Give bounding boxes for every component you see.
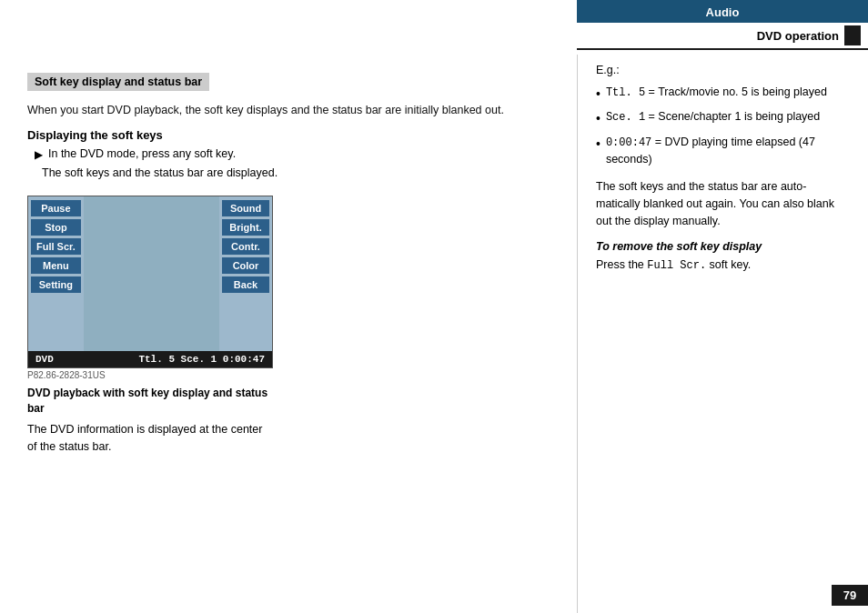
- header-black-box: [844, 25, 861, 45]
- dvd-btn-setting[interactable]: Setting: [31, 276, 81, 293]
- header-title: Audio: [577, 0, 868, 23]
- intro-text: When you start DVD playback, the soft ke…: [27, 102, 554, 119]
- arrow-text: In the DVD mode, press any soft key.: [48, 147, 236, 160]
- dvd-btn-contr[interactable]: Contr.: [222, 238, 269, 255]
- dvd-buttons-right: Sound Bright. Contr. Color Back: [219, 196, 272, 351]
- remove-text: Press the Full Scr. soft key.: [596, 256, 850, 274]
- bullet-dot-3: •: [596, 135, 601, 153]
- bullet-code-3: 0:00:47: [606, 136, 651, 149]
- displaying-heading-text: Displaying the soft keys: [27, 128, 163, 142]
- right-panel: E.g.: • Ttl. 5 = Track/movie no. 5 is be…: [577, 55, 868, 613]
- section-heading: Soft key display and status bar: [27, 73, 209, 91]
- bullet-list: • Ttl. 5 = Track/movie no. 5 is being pl…: [596, 84, 850, 167]
- remove-soft-key-heading: To remove the soft key display: [596, 240, 850, 253]
- dvd-btn-stop[interactable]: Stop: [31, 219, 81, 236]
- bullet-item-2: • Sce. 1 = Scene/chapter 1 is being play…: [596, 108, 850, 127]
- bullet-dot-2: •: [596, 109, 601, 127]
- dvd-screen: Pause Stop Full Scr. Menu Setting Sound …: [27, 196, 273, 368]
- bullet-dot-1: •: [596, 85, 601, 103]
- sub-header: DVD operation: [577, 25, 868, 50]
- right-para-1: The soft keys and the status bar are aut…: [596, 178, 850, 229]
- dvd-btn-fullscr[interactable]: Full Scr.: [31, 238, 81, 255]
- dvd-status-bar: DVD Ttl. 5 Sce. 1 0:00:47: [28, 351, 272, 367]
- bullet-code-1: Ttl. 5: [606, 86, 645, 99]
- eg-label: E.g.:: [596, 64, 850, 76]
- dvd-screen-center: [84, 196, 219, 351]
- main-content: Soft key display and status bar When you…: [0, 55, 868, 613]
- arrow-icon: ▶: [35, 148, 43, 161]
- bullet-code-2: Sce. 1: [606, 111, 645, 124]
- dvd-part-number: P82.86-2828-31US: [27, 370, 554, 380]
- remove-code: Full Scr.: [647, 259, 706, 272]
- subtitle-text: DVD operation: [757, 29, 839, 43]
- dvd-description: The DVD information is displayed at the …: [27, 421, 273, 456]
- bullet-text-1: = Track/movie no. 5 is being played: [645, 85, 827, 98]
- dvd-btn-menu[interactable]: Menu: [31, 257, 81, 274]
- dvd-btn-back[interactable]: Back: [222, 276, 269, 293]
- displaying-heading: Displaying the soft keys: [27, 128, 554, 142]
- dvd-btn-pause[interactable]: Pause: [31, 200, 81, 216]
- dvd-btn-bright[interactable]: Bright.: [222, 219, 269, 236]
- dvd-status-left: DVD: [35, 354, 54, 365]
- dvd-btn-sound[interactable]: Sound: [222, 200, 269, 216]
- dvd-buttons-left: Pause Stop Full Scr. Menu Setting: [28, 196, 84, 351]
- bullet-item-3: • 0:00:47 = DVD playing time elapsed (47…: [596, 134, 850, 168]
- title-text: Audio: [706, 5, 740, 19]
- arrow-instruction: ▶ In the DVD mode, press any soft key.: [35, 147, 554, 161]
- dvd-screenshot-area: Pause Stop Full Scr. Menu Setting Sound …: [27, 196, 554, 456]
- dvd-btn-color[interactable]: Color: [222, 257, 269, 274]
- bullet-text-2: = Scene/chapter 1 is being played: [645, 110, 820, 123]
- left-panel: Soft key display and status bar When you…: [0, 55, 577, 613]
- dvd-caption: DVD playback with soft key display and s…: [27, 386, 273, 417]
- bullet-item-1: • Ttl. 5 = Track/movie no. 5 is being pl…: [596, 84, 850, 103]
- page-number: 79: [832, 585, 868, 606]
- dvd-status-right: Ttl. 5 Sce. 1 0:00:47: [138, 354, 265, 365]
- section-heading-text: Soft key display and status bar: [35, 75, 202, 88]
- arrow-subtext: The soft keys and the status bar are dis…: [42, 166, 554, 179]
